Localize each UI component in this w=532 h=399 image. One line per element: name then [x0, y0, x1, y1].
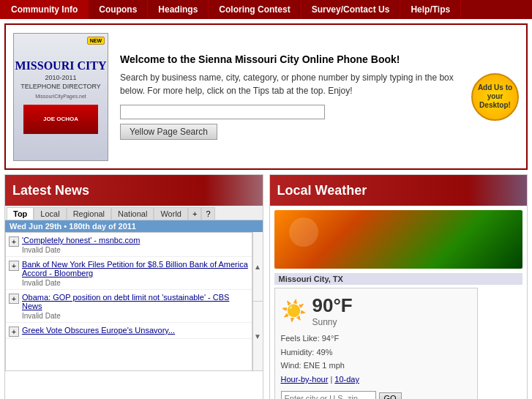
news-text: Obama: GOP position on debt limit not 's…	[22, 293, 249, 321]
feels-like: Feels Like: 94°F	[281, 332, 359, 346]
weather-body: Missouri City, TX ☀️ 90°F Sunny Feels Li…	[270, 206, 528, 399]
book-badge: NEW	[87, 37, 105, 45]
welcome-heading: Welcome to the Sienna Missouri City Onli…	[120, 53, 460, 65]
latest-news-panel: Latest News Top Local Regional National …	[4, 174, 263, 399]
news-expand-btn[interactable]: +	[9, 261, 19, 271]
nav-coupons[interactable]: Coupons	[89, 0, 148, 19]
news-scroll-controls: ▲ ▼	[252, 232, 263, 371]
nav-help-tips[interactable]: Help/Tips	[400, 0, 461, 19]
search-button[interactable]: Yellow Page Search	[120, 124, 217, 140]
news-link[interactable]: Obama: GOP position on debt limit not 's…	[22, 293, 249, 310]
nav-headings[interactable]: Headings	[148, 0, 209, 19]
news-list[interactable]: + 'Completely honest' - msnbc.com Invali…	[5, 232, 252, 371]
news-tab-world[interactable]: World	[154, 207, 188, 220]
news-link[interactable]: Greek Vote Obscures Europe's Unsavory...	[22, 326, 249, 335]
weather-header-image	[468, 175, 527, 206]
news-date: Invalid Date	[22, 279, 61, 287]
news-link[interactable]: Bank of New York Files Petition for $8.5…	[22, 260, 249, 277]
news-date-bar: Wed Jun 29th • 180th day of 2011	[5, 220, 263, 232]
weather-details: Feels Like: 94°F Humidity: 49% Wind: ENE…	[281, 332, 359, 387]
book-footer: JOE OCHOA	[43, 116, 78, 122]
book-years: 2010-2011	[45, 74, 76, 81]
latest-news-title: Latest News	[12, 183, 89, 198]
hourly-link[interactable]: Hour-by-hour	[281, 375, 329, 384]
weather-links-row: Hour-by-hour | 10-day	[281, 373, 359, 387]
weather-left: ☀️ 90°F Sunny Feels Like: 94°F Humidity:…	[274, 288, 479, 399]
local-weather-header: Local Weather	[270, 175, 528, 206]
phone-book-cover: NEW MISSOURI CITY 2010-2011 TELEPHONE DI…	[13, 33, 108, 161]
news-date: Invalid Date	[22, 246, 61, 254]
scroll-down-btn[interactable]: ▼	[253, 302, 263, 371]
news-tab-plus[interactable]: +	[188, 207, 201, 220]
scroll-up-btn[interactable]: ▲	[253, 232, 263, 302]
weather-temp: 90°F	[312, 294, 353, 317]
weather-main: ☀️ 90°F Sunny	[281, 294, 353, 327]
news-item: + Bank of New York Files Petition for $8…	[6, 257, 252, 290]
weather-image	[274, 210, 523, 269]
nav-coloring-contest[interactable]: Coloring Contest	[209, 0, 301, 19]
weather-wrap: ☀️ 90°F Sunny Feels Like: 94°F Humidity:…	[274, 288, 523, 399]
news-tab-regional[interactable]: Regional	[67, 207, 111, 220]
weather-location: Missouri City, TX	[274, 273, 523, 285]
local-weather-panel: Local Weather Missouri City, TX ☀️ 90°F …	[269, 174, 528, 399]
news-text: 'Completely honest' - msnbc.com Invalid …	[22, 236, 249, 255]
book-title: MISSOURI CITY	[15, 59, 107, 72]
weather-condition: Sunny	[312, 317, 353, 327]
weather-input-row: GO	[281, 391, 402, 399]
hero-text: Welcome to the Sienna Missouri City Onli…	[120, 53, 460, 140]
news-expand-btn[interactable]: +	[9, 236, 19, 247]
search-input[interactable]	[120, 105, 325, 119]
10day-link[interactable]: 10-day	[334, 375, 359, 384]
news-item: + Obama: GOP position on debt limit not …	[6, 290, 252, 323]
book-body: MissouriCityPages.net	[32, 93, 89, 100]
latest-news-header-image	[204, 175, 263, 206]
weather-channel-badge: The Weather Channel weather.com	[482, 288, 522, 399]
book-ad: JOE OCHOA	[23, 105, 98, 134]
main-grid: Latest News Top Local Regional National …	[4, 174, 528, 399]
weather-box: ☀️ 90°F Sunny Feels Like: 94°F Humidity:…	[274, 288, 479, 399]
weather-temp-block: 90°F Sunny	[312, 294, 353, 327]
book-subtitle: TELEPHONE DIRECTORY	[20, 83, 101, 90]
news-tab-top[interactable]: Top	[7, 207, 34, 220]
local-weather-title: Local Weather	[277, 183, 367, 198]
nav-community-info[interactable]: Community Info	[0, 0, 89, 19]
humidity: Humidity: 49%	[281, 346, 359, 359]
weather-go-button[interactable]: GO	[379, 392, 402, 399]
sunny-icon: ☀️	[281, 299, 307, 323]
news-list-container: + 'Completely honest' - msnbc.com Invali…	[5, 232, 263, 371]
news-tab-help[interactable]: ?	[201, 207, 214, 220]
news-expand-btn[interactable]: +	[9, 327, 19, 337]
main-nav: Community Info Coupons Headings Coloring…	[0, 0, 532, 19]
news-text: Bank of New York Files Petition for $8.5…	[22, 260, 249, 288]
add-desktop-badge[interactable]: Add Us to your Desktop!	[471, 73, 519, 121]
news-item: + Greek Vote Obscures Europe's Unsavory.…	[6, 323, 252, 339]
news-text: Greek Vote Obscures Europe's Unsavory...	[22, 326, 249, 335]
welcome-text: Search by business name, city, category,…	[120, 71, 460, 97]
news-link[interactable]: 'Completely honest' - msnbc.com	[22, 236, 249, 245]
news-tab-national[interactable]: National	[111, 207, 154, 220]
news-date: Invalid Date	[22, 312, 61, 320]
nav-survey-contact[interactable]: Survey/Contact Us	[301, 0, 401, 19]
news-expand-btn[interactable]: +	[9, 294, 19, 304]
weather-zip-input[interactable]	[281, 391, 376, 399]
news-tabs: Top Local Regional National World + ?	[5, 206, 263, 220]
news-item: + 'Completely honest' - msnbc.com Invali…	[6, 233, 252, 257]
news-tab-local[interactable]: Local	[34, 207, 66, 220]
wind: Wind: ENE 1 mph	[281, 359, 359, 373]
latest-news-header: Latest News	[5, 175, 263, 206]
hero-section: NEW MISSOURI CITY 2010-2011 TELEPHONE DI…	[4, 23, 528, 170]
